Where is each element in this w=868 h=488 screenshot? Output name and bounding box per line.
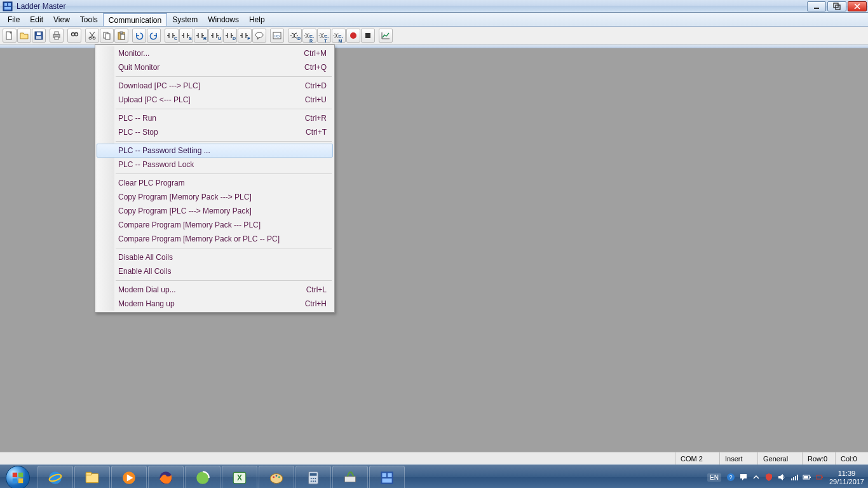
contact-open-s-button[interactable]: S: [179, 29, 193, 43]
task-calculator[interactable]: [295, 466, 331, 489]
coil-d-button[interactable]: D: [288, 29, 302, 43]
app-title: Ladder Master: [17, 2, 65, 11]
status-com: COM 2: [675, 452, 719, 464]
menuitem-enable-all-coils[interactable]: Enable All Coils: [97, 264, 333, 278]
svg-point-49: [315, 480, 316, 482]
save-file-button[interactable]: [32, 29, 46, 43]
coil-cr-button[interactable]: C-R: [302, 29, 316, 43]
menu-view[interactable]: View: [48, 13, 75, 26]
menuitem-shortcut: Ctrl+U: [305, 95, 327, 104]
task-ladder-master[interactable]: [369, 466, 405, 489]
minimize-button[interactable]: [807, 1, 826, 11]
task-file-explorer[interactable]: [74, 466, 110, 489]
menuitem-copy-program-memory-pack-plc[interactable]: Copy Program [Memory Pack ---> PLC]: [97, 190, 333, 204]
svg-point-23: [255, 32, 263, 37]
svg-rect-57: [791, 478, 792, 480]
coil-ct-button[interactable]: C-T: [317, 29, 331, 43]
menu-separator: [116, 109, 332, 109]
menuitem-copy-program-plc-memory-pack[interactable]: Copy Program [PLC ---> Memory Pack]: [97, 204, 333, 218]
task-media-player[interactable]: [111, 466, 147, 489]
rec-button[interactable]: [346, 29, 360, 43]
menuitem-plc-run[interactable]: PLC -- RunCtrl+R: [97, 111, 333, 125]
start-button[interactable]: [0, 465, 35, 488]
power-icon[interactable]: [815, 473, 824, 483]
menu-communication[interactable]: Communication: [103, 13, 167, 26]
new-file-button[interactable]: [3, 29, 17, 43]
task-paint[interactable]: [259, 466, 294, 489]
maximize-button[interactable]: [827, 1, 846, 11]
contact-f-button[interactable]: F: [238, 29, 252, 43]
paste-button[interactable]: [114, 29, 128, 43]
menu-separator: [116, 173, 332, 174]
menuitem-modem-dial-up[interactable]: Modem Dial up...Ctrl+L: [97, 283, 333, 297]
menuitem-plc-password-setting[interactable]: PLC -- Password Setting ...: [97, 144, 333, 158]
menuitem-plc-stop[interactable]: PLC -- StopCtrl+T: [97, 125, 333, 139]
menuitem-label: Quit Monitor: [118, 63, 159, 72]
task-excel[interactable]: X: [222, 466, 257, 489]
contact-diff-d-button[interactable]: D: [223, 29, 237, 43]
menuitem-compare-program-memory-pack-or-plc-pc[interactable]: Compare Program [Memory Pack or PLC -- P…: [97, 232, 333, 246]
open-file-button[interactable]: [17, 29, 31, 43]
copy-button[interactable]: [100, 29, 114, 43]
print-button[interactable]: [50, 29, 64, 43]
menu-file[interactable]: File: [3, 13, 25, 26]
menuitem-label: Compare Program [Memory Pack --- PLC]: [118, 220, 261, 229]
chevron-up-icon[interactable]: [752, 473, 761, 483]
cut-button[interactable]: [85, 29, 99, 43]
task-app-green[interactable]: [185, 466, 220, 489]
menu-separator: [116, 76, 332, 77]
menuitem-shortcut: Ctrl+M: [304, 49, 327, 58]
menubar: FileEditViewToolsCommunicationSystemWind…: [0, 13, 868, 27]
svg-rect-54: [382, 478, 391, 483]
contact-closed-r-button[interactable]: R: [194, 29, 208, 43]
contact-closed-u-button[interactable]: U: [208, 29, 222, 43]
menuitem-label: PLC -- Password Setting ...: [118, 146, 210, 155]
shield-icon[interactable]: [764, 473, 773, 483]
svg-point-40: [276, 475, 278, 477]
battery-icon[interactable]: [803, 473, 811, 483]
coil-cm-button[interactable]: C-M: [332, 29, 346, 43]
task-device-manager[interactable]: [332, 466, 368, 489]
language-indicator[interactable]: EN: [707, 473, 721, 482]
stop-button[interactable]: [361, 29, 375, 43]
action-center-icon[interactable]: [739, 473, 748, 483]
menuitem-compare-program-memory-pack-plc[interactable]: Compare Program [Memory Pack --- PLC]: [97, 218, 333, 232]
undo-button[interactable]: [132, 29, 146, 43]
contact-open-c-button[interactable]: C: [165, 29, 179, 43]
status-row: Row:0: [802, 452, 835, 464]
svg-rect-13: [55, 37, 58, 39]
menu-system[interactable]: System: [167, 13, 203, 26]
svg-point-41: [278, 476, 280, 478]
volume-icon[interactable]: [777, 473, 786, 483]
menuitem-modem-hang-up[interactable]: Modem Hang upCtrl+H: [97, 297, 333, 311]
find-button[interactable]: [67, 29, 81, 43]
io-mod-button[interactable]: I/O: [270, 29, 284, 43]
redo-button[interactable]: [147, 29, 161, 43]
menuitem-disable-all-coils[interactable]: Disable All Coils: [97, 250, 333, 264]
svg-point-39: [273, 476, 275, 478]
network-icon[interactable]: [790, 473, 799, 483]
menuitem-monitor[interactable]: Monitor...Ctrl+M: [97, 46, 333, 60]
close-button[interactable]: [848, 1, 867, 11]
menuitem-label: Modem Hang up: [118, 299, 175, 308]
menuitem-download-pc-plc[interactable]: Download [PC ---> PLC]Ctrl+D: [97, 79, 333, 93]
menu-tools[interactable]: Tools: [75, 13, 103, 26]
svg-rect-4: [814, 8, 819, 9]
menu-help[interactable]: Help: [244, 13, 270, 26]
menu-edit[interactable]: Edit: [25, 13, 48, 26]
menuitem-clear-plc-program[interactable]: Clear PLC Program: [97, 176, 333, 190]
menuitem-plc-password-lock[interactable]: PLC -- Password Lock: [97, 158, 333, 172]
svg-rect-12: [55, 32, 58, 34]
taskbar-items: X: [35, 465, 405, 488]
help-icon[interactable]: ?: [726, 473, 735, 483]
menuitem-upload-pc-plc[interactable]: Upload [PC <--- PLC]Ctrl+U: [97, 93, 333, 107]
menuitem-shortcut: Ctrl+L: [306, 285, 327, 294]
app-icon: [3, 1, 13, 11]
comment-button[interactable]: [252, 29, 266, 43]
clock[interactable]: 11:39 29/11/2017: [829, 470, 864, 485]
menu-windows[interactable]: Windows: [203, 13, 244, 26]
task-firefox[interactable]: [148, 466, 184, 489]
task-internet-explorer[interactable]: [37, 466, 73, 489]
menuitem-quit-monitor[interactable]: Quit MonitorCtrl+Q: [97, 60, 333, 74]
chart-button[interactable]: [379, 29, 393, 43]
